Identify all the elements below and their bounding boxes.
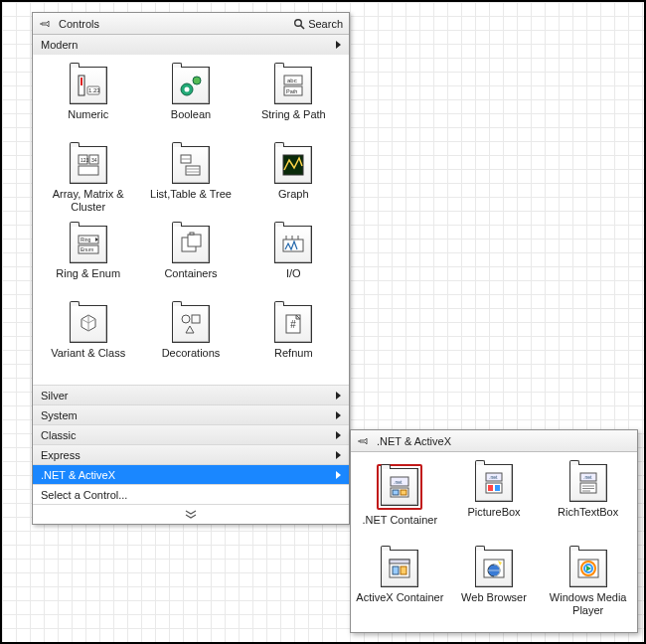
category-system[interactable]: System <box>33 404 349 424</box>
expand-toggle[interactable] <box>33 504 349 524</box>
svg-text:.net: .net <box>583 474 592 480</box>
svg-point-1 <box>295 19 302 26</box>
item-string-path[interactable]: abcPath String & Path <box>242 65 345 140</box>
svg-text:1.23: 1.23 <box>88 87 100 93</box>
svg-rect-45 <box>401 490 406 495</box>
category-classic[interactable]: Classic <box>33 424 349 444</box>
svg-rect-37 <box>192 315 200 323</box>
chevron-right-icon <box>336 451 341 459</box>
svg-text:Ring: Ring <box>81 237 91 242</box>
category-silver[interactable]: Silver <box>33 385 349 404</box>
svg-rect-16 <box>79 166 98 175</box>
search-label: Search <box>308 18 343 30</box>
search-button[interactable]: Search <box>293 18 343 30</box>
svg-rect-4 <box>81 78 82 85</box>
chevron-right-icon <box>336 392 341 400</box>
svg-rect-31 <box>190 233 194 235</box>
svg-text:#: # <box>290 319 296 330</box>
svg-rect-21 <box>186 166 200 175</box>
chevrons-down-icon <box>185 510 197 520</box>
item-decorations[interactable]: Decorations <box>139 303 242 379</box>
item-net-container[interactable]: .net .NET Container <box>353 462 447 542</box>
palette-title: Controls <box>59 18 99 30</box>
svg-text:123: 123 <box>81 157 89 163</box>
svg-rect-60 <box>401 566 406 574</box>
chevron-right-icon <box>336 471 341 479</box>
svg-text:abc: abc <box>287 78 297 83</box>
svg-text:34: 34 <box>91 157 97 163</box>
refnum-icon: # <box>274 305 312 343</box>
flyout-icon-grid: .net .NET Container .net PictureBox .net… <box>351 452 637 631</box>
string-path-icon: abcPath <box>274 67 312 104</box>
svg-rect-58 <box>390 560 409 564</box>
search-icon <box>293 18 305 30</box>
item-array-matrix-cluster[interactable]: 12334 Array, Matrix & Cluster <box>37 144 139 220</box>
svg-line-2 <box>301 25 305 29</box>
containers-icon <box>172 226 210 263</box>
chevron-right-icon <box>336 41 341 49</box>
item-ring-enum[interactable]: RingEnum Ring & Enum <box>37 224 139 299</box>
ring-enum-icon: RingEnum <box>70 226 107 263</box>
item-picturebox[interactable]: .net PictureBox <box>447 462 542 542</box>
svg-point-36 <box>182 315 190 323</box>
svg-rect-59 <box>393 566 399 574</box>
svg-text:.net: .net <box>394 479 403 485</box>
svg-rect-30 <box>188 235 201 246</box>
chevron-right-icon <box>336 431 341 439</box>
list-table-tree-icon <box>172 146 210 184</box>
numeric-icon: 1.23 <box>70 67 107 104</box>
activex-container-icon <box>381 550 418 587</box>
item-io[interactable]: I/O <box>242 224 345 299</box>
web-browser-icon <box>475 550 513 587</box>
category-modern[interactable]: Modern <box>33 35 349 55</box>
item-boolean[interactable]: Boolean <box>139 65 242 140</box>
item-windows-media-player[interactable]: Windows Media Player <box>541 548 635 627</box>
graph-icon <box>274 146 312 184</box>
category-select-control[interactable]: Select a Control... <box>33 484 349 504</box>
richtextbox-icon: .net <box>569 464 607 502</box>
net-activex-flyout: .NET & ActiveX .net .NET Container .net … <box>350 429 638 633</box>
array-icon: 12334 <box>70 146 107 184</box>
item-numeric[interactable]: 1.23 Numeric <box>37 65 139 140</box>
item-variant-class[interactable]: Variant & Class <box>37 303 139 379</box>
svg-point-9 <box>193 77 201 84</box>
wmp-icon <box>569 550 607 587</box>
svg-text:Enum: Enum <box>81 246 93 252</box>
block-diagram-canvas[interactable]: Controls Search Modern 1.23 Numeric <box>0 0 646 644</box>
item-activex-container[interactable]: ActiveX Container <box>353 548 447 627</box>
boolean-icon <box>172 67 210 104</box>
svg-rect-50 <box>495 485 500 491</box>
highlight-frame: .net <box>377 464 422 510</box>
decorations-icon <box>172 305 210 343</box>
svg-rect-44 <box>393 490 399 495</box>
flyout-header: .NET & ActiveX <box>351 430 637 452</box>
svg-text:Path: Path <box>286 88 297 94</box>
palette-header: Controls Search <box>33 13 349 35</box>
svg-text:.net: .net <box>489 474 498 480</box>
net-container-icon: .net <box>381 468 418 506</box>
svg-point-8 <box>184 87 189 92</box>
item-richtextbox[interactable]: .net RichTextBox <box>541 462 635 542</box>
item-list-table-tree[interactable]: List,Table & Tree <box>139 144 242 220</box>
category-express[interactable]: Express <box>33 444 349 464</box>
item-refnum[interactable]: # Refnum <box>242 303 345 379</box>
picturebox-icon: .net <box>475 464 513 502</box>
chevron-right-icon <box>336 411 341 419</box>
palette-icon-grid: 1.23 Numeric Boolean abcPath String & Pa… <box>33 55 349 385</box>
svg-rect-49 <box>488 485 493 491</box>
variant-class-icon <box>70 305 107 343</box>
item-graph[interactable]: Graph <box>242 144 345 220</box>
item-containers[interactable]: Containers <box>139 224 242 299</box>
pin-icon[interactable] <box>357 435 371 447</box>
item-web-browser[interactable]: Web Browser <box>447 548 542 627</box>
flyout-title: .NET & ActiveX <box>377 435 451 447</box>
category-net-activex[interactable]: .NET & ActiveX <box>33 464 349 484</box>
controls-palette: Controls Search Modern 1.23 Numeric <box>32 12 350 525</box>
pin-icon[interactable] <box>39 18 53 30</box>
io-icon <box>274 226 312 263</box>
